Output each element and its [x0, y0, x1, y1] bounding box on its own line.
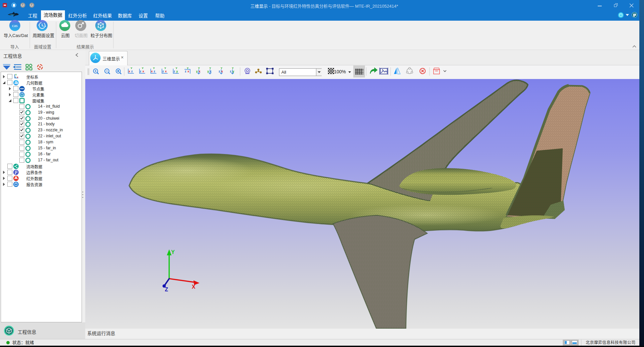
svg-text:X: X	[192, 284, 195, 290]
svg-text:z: z	[140, 70, 142, 73]
svg-text:x: x	[199, 70, 200, 73]
svg-text:x: x	[143, 70, 144, 73]
svg-text:z: z	[218, 70, 220, 73]
svg-text:x: x	[221, 70, 223, 73]
svg-text:Y: Y	[209, 67, 211, 70]
svg-text:z: z	[162, 70, 164, 73]
svg-text:y: y	[207, 70, 209, 73]
svg-text:z: z	[131, 70, 133, 73]
svg-text:Z: Z	[165, 287, 168, 292]
svg-text:Y: Y	[153, 67, 155, 70]
svg-text:Y: Y	[175, 67, 177, 70]
svg-text:z: z	[185, 70, 186, 73]
svg-text:Y: Y	[171, 249, 175, 255]
svg-text:x: x	[165, 70, 166, 73]
svg-text:Y: Y	[198, 67, 200, 70]
svg-text:x: x	[17, 76, 18, 78]
svg-text:Y: Y	[142, 67, 144, 70]
svg-text:Y: Y	[164, 67, 166, 70]
svg-text:x: x	[129, 70, 130, 73]
svg-text:y: y	[232, 70, 234, 73]
svg-text:z: z	[154, 70, 156, 73]
svg-text:z: z	[230, 70, 231, 73]
svg-text:y: y	[196, 70, 198, 73]
svg-text:z: z	[173, 70, 175, 73]
svg-text:x: x	[187, 70, 189, 73]
svg-text:Y: Y	[220, 67, 222, 70]
svg-text:z: z	[15, 76, 16, 78]
svg-text:Y: Y	[131, 67, 133, 70]
svg-text:z: z	[210, 70, 212, 73]
svg-text:Y: Y	[232, 67, 234, 70]
svg-text:y: y	[176, 70, 178, 73]
svg-text:x: x	[151, 70, 153, 73]
